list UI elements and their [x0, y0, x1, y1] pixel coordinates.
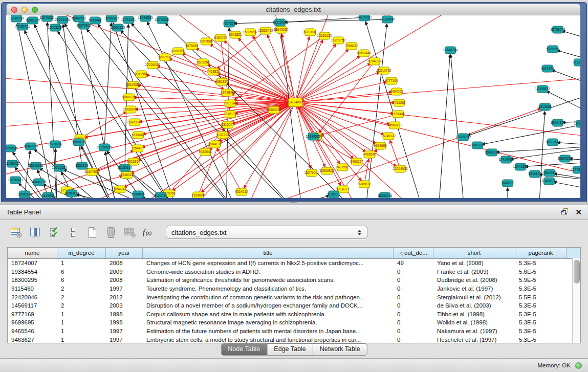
table-cell[interactable]: 1: [57, 337, 106, 343]
graph-node[interactable]: 6312047: [221, 121, 234, 128]
tab-edge-table[interactable]: Edge Table: [267, 344, 312, 355]
citation-edge-red[interactable]: [6, 102, 295, 179]
table-row[interactable]: 969969511998Structural magnetic resonanc…: [8, 318, 580, 327]
table-cell[interactable]: 9463627: [8, 337, 57, 343]
graph-node[interactable]: 12450132: [542, 178, 557, 185]
table-cell[interactable]: 5.6E-5: [515, 269, 567, 275]
table-cell[interactable]: 5.3E-5: [515, 319, 567, 325]
graph-node[interactable]: 16959102: [104, 15, 119, 22]
table-cell[interactable]: 1: [57, 328, 106, 334]
vertical-scrollbar[interactable]: [572, 258, 580, 343]
column-header-out_de[interactable]: △out_de...: [394, 248, 433, 258]
citation-edge-black[interactable]: [570, 159, 580, 161]
graph-node[interactable]: 15692951: [558, 155, 573, 162]
graph-node[interactable]: 15051353: [52, 164, 67, 171]
table-cell[interactable]: 0: [394, 269, 433, 275]
graph-node[interactable]: 9081887: [215, 78, 228, 85]
graph-node[interactable]: 15885207: [243, 29, 258, 36]
citation-edge-black[interactable]: [562, 31, 580, 43]
graph-node[interactable]: 8427552: [336, 164, 349, 171]
graph-node[interactable]: 9850134: [75, 162, 89, 169]
graph-node[interactable]: 6497568: [390, 88, 403, 95]
graph-node[interactable]: 8601283: [197, 59, 210, 66]
graph-node[interactable]: 6794028: [368, 58, 381, 65]
citation-edge-red[interactable]: [295, 102, 580, 138]
function-builder-icon[interactable]: f(x): [142, 225, 156, 239]
close-window-icon[interactable]: [11, 7, 17, 13]
table-cell[interactable]: 0: [394, 277, 433, 283]
table-cell[interactable]: 2: [57, 294, 106, 300]
graph-node[interactable]: 9699695: [374, 142, 387, 149]
table-row[interactable]: 946554611997Estimation of the future num…: [8, 327, 580, 336]
graph-node[interactable]: 18312040: [380, 16, 395, 23]
graph-node[interactable]: 9045132: [501, 180, 514, 187]
table-cell[interactable]: 1997: [106, 337, 143, 343]
table-row[interactable]: 1872400712008Changes of HCN gene express…: [8, 259, 580, 268]
table-cell[interactable]: 5.3E-5: [515, 337, 567, 343]
network-canvas[interactable]: 7654043924601289139547254407911546022420…: [6, 15, 580, 198]
table-cell[interactable]: Stergiakouli et al. (2012): [433, 294, 515, 300]
graph-node[interactable]: 8215958: [538, 103, 552, 111]
graph-node[interactable]: 12054013: [393, 165, 408, 172]
citation-edge-black[interactable]: [98, 24, 242, 198]
graph-node[interactable]: 9246012: [120, 171, 134, 179]
table-cell[interactable]: 5.9E-5: [515, 277, 567, 283]
table-cell[interactable]: 2: [57, 286, 106, 292]
table-cell[interactable]: 2012: [106, 294, 143, 300]
graph-node[interactable]: 16210643: [546, 139, 560, 146]
table-cell[interactable]: 1: [57, 260, 106, 266]
graph-node[interactable]: 7654043: [113, 186, 126, 193]
table-cell[interactable]: Wolkin et al. (1998): [433, 319, 515, 325]
graph-node[interactable]: 9135021: [327, 191, 340, 198]
table-cell[interactable]: 18300295: [8, 277, 57, 283]
table-cell[interactable]: 2: [57, 302, 106, 309]
graph-node[interactable]: 9415402: [89, 17, 102, 24]
column-header-pagerank[interactable]: pagerank: [515, 248, 567, 258]
table-cell[interactable]: 0: [394, 319, 433, 325]
citation-edge-red[interactable]: [295, 102, 395, 103]
table-cell[interactable]: 22420046: [8, 294, 57, 300]
zoom-window-icon[interactable]: [32, 7, 38, 13]
table-selector-combobox[interactable]: citations_edges.txt: [166, 226, 367, 239]
table-cell[interactable]: 0: [394, 328, 433, 334]
citation-edge-red[interactable]: [217, 148, 242, 192]
citation-edge-black[interactable]: [557, 143, 580, 146]
tab-node-table[interactable]: Node Table: [221, 344, 267, 355]
graph-node[interactable]: 22420046: [127, 119, 142, 126]
table-cell[interactable]: 6: [57, 277, 106, 283]
graph-node[interactable]: 8904132: [208, 141, 222, 148]
graph-node[interactable]: 15270602: [77, 22, 92, 29]
graph-node[interactable]: 18640910: [274, 26, 289, 33]
tab-network-table[interactable]: Network Table: [313, 344, 367, 355]
table-cell[interactable]: 1998: [106, 319, 143, 325]
table-cell[interactable]: 5.3E-5: [515, 311, 567, 317]
table-cell[interactable]: Nakamura et al. (1997): [433, 328, 515, 334]
graph-node[interactable]: 16709112: [357, 15, 372, 21]
column-header-name[interactable]: name: [8, 248, 57, 258]
citation-edge-black[interactable]: [242, 195, 329, 198]
table-cell[interactable]: 1997: [106, 286, 143, 292]
column-header-in_degree[interactable]: in_degree: [57, 248, 106, 258]
graph-node[interactable]: 9827508: [158, 54, 171, 61]
citation-edge-black[interactable]: [25, 151, 30, 194]
table-row[interactable]: 1938455462009Genome-wide association stu…: [8, 268, 580, 276]
table-cell[interactable]: Changes of HCN gene expression and I(f) …: [143, 260, 394, 266]
delete-table-disabled-icon[interactable]: [123, 225, 137, 239]
graph-node[interactable]: 16041352: [513, 163, 528, 170]
graph-node[interactable]: 9944052: [543, 169, 556, 177]
table-cell[interactable]: 0: [394, 337, 433, 343]
citation-edge-black[interactable]: [451, 55, 464, 198]
clear-selection-icon[interactable]: [66, 225, 80, 239]
graph-node[interactable]: 15751074: [551, 26, 565, 33]
citation-edge-black[interactable]: [80, 23, 119, 198]
graph-node[interactable]: 8124035: [154, 192, 167, 198]
graph-node[interactable]: 6822037: [303, 29, 317, 36]
graph-node[interactable]: 11030502: [6, 160, 20, 167]
graph-node[interactable]: 11731201: [121, 16, 136, 24]
graph-node[interactable]: 9463627: [350, 158, 363, 165]
graph-node[interactable]: 9314024: [132, 191, 145, 198]
table-cell[interactable]: 2008: [106, 277, 143, 283]
graph-node[interactable]: 15072031: [155, 16, 170, 24]
graph-node[interactable]: 16961758: [331, 37, 346, 44]
graph-node[interactable]: 7154024: [191, 192, 205, 198]
